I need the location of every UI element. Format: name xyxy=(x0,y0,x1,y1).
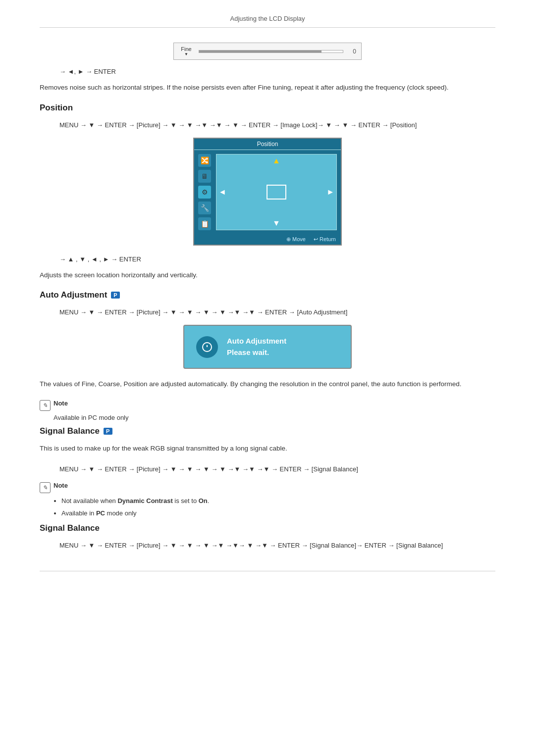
signal-balance-heading: Signal Balance xyxy=(40,523,495,533)
page-footer xyxy=(40,571,495,576)
note-label: Note xyxy=(54,400,68,407)
page-container: Adjusting the LCD Display Fine ▼ 0 → ◄, … xyxy=(0,0,535,606)
fine-arrow-down: ▼ xyxy=(184,52,188,56)
auto-adj-line1: Auto Adjustment xyxy=(227,336,286,347)
auto-adjustment-description: The values of Fine, Coarse, Position are… xyxy=(40,379,495,390)
fine-value: 0 xyxy=(348,48,356,55)
bullet-item-2: Available in PC mode only xyxy=(61,508,495,518)
auto-adjustment-badge: P xyxy=(111,292,120,299)
position-menu-path: MENU → ▼ → ENTER → [Picture] → ▼ → ▼ →▼ … xyxy=(59,120,495,131)
fine-slider-fill xyxy=(199,50,321,52)
fine-slider-box: Fine ▼ 0 xyxy=(173,43,362,60)
position-heading: Position xyxy=(40,103,495,113)
move-icon: ⊕ xyxy=(286,236,291,243)
pos-arrow-left: ◄ xyxy=(218,188,226,197)
signal-balance-pc-description: This is used to make up for the weak RGB… xyxy=(40,443,495,454)
position-description: Adjusts the screen location horizontally… xyxy=(40,270,495,281)
position-title-bar: Position xyxy=(194,139,341,150)
note-icon: ✎ xyxy=(40,400,51,411)
position-footer: ⊕ Move ↩ Return xyxy=(194,234,341,245)
signal-balance-pc-badge: P xyxy=(104,428,112,435)
page-header: Adjusting the LCD Display xyxy=(40,15,495,28)
return-icon: ↩ xyxy=(314,236,318,243)
pos-icon-5: 📋 xyxy=(198,217,211,230)
signal-balance-pc-heading: Signal Balance P xyxy=(40,426,495,436)
pos-icon-1: 🔀 xyxy=(198,154,211,167)
fine-description: Removes noise such as horizontal stripes… xyxy=(40,82,495,93)
signal-balance-note-box: ✎ Note xyxy=(40,482,495,493)
bullet-item-1: Not available when Dynamic Contrast is s… xyxy=(61,496,495,506)
pos-icon-4: 🔧 xyxy=(198,202,211,214)
position-icons: 🔀 🖥 ⚙ 🔧 📋 xyxy=(198,154,211,230)
position-footer-move: ⊕ Move xyxy=(286,236,306,243)
auto-adj-line2: Please wait. xyxy=(227,347,286,358)
fine-slider-track xyxy=(199,50,343,53)
fine-label: Fine ▼ xyxy=(179,46,194,56)
position-content: 🔀 🖥 ⚙ 🔧 📋 ▲ ◄ ► ▼ xyxy=(194,150,341,234)
pos-center-box xyxy=(267,185,286,200)
auto-adj-box: Auto Adjustment Please wait. xyxy=(183,325,352,369)
position-footer-return: ↩ Return xyxy=(314,236,336,243)
position-box: Position 🔀 🖥 ⚙ 🔧 📋 ▲ ◄ ► ▼ xyxy=(193,138,342,246)
auto-adjustment-screenshot: Auto Adjustment Please wait. xyxy=(40,325,495,369)
fine-nav-hint: → ◄, ► → ENTER xyxy=(59,68,495,75)
pos-icon-3: ⚙ xyxy=(198,186,211,199)
pos-arrow-up: ▲ xyxy=(272,156,280,165)
position-nav-hint: → ▲ , ▼ , ◄ , ► → ENTER xyxy=(59,255,495,263)
auto-adj-icon xyxy=(196,336,218,358)
pos-arrow-right: ► xyxy=(326,188,334,197)
signal-balance-pc-menu-path: MENU → ▼ → ENTER → [Picture] → ▼ → ▼ → ▼… xyxy=(59,464,495,475)
signal-balance-bullets: Not available when Dynamic Contrast is s… xyxy=(61,496,495,518)
auto-adjustment-menu-path: MENU → ▼ → ENTER → [Picture] → ▼ → ▼ → ▼… xyxy=(59,307,495,318)
pos-arrow-down: ▼ xyxy=(272,219,280,228)
header-title: Adjusting the LCD Display xyxy=(230,15,305,22)
position-screenshot: Position 🔀 🖥 ⚙ 🔧 📋 ▲ ◄ ► ▼ xyxy=(40,138,495,246)
fine-tuning-image: Fine ▼ 0 xyxy=(40,43,495,60)
auto-adj-text: Auto Adjustment Please wait. xyxy=(227,336,286,358)
auto-adjustment-note-box: ✎ Note xyxy=(40,400,495,411)
signal-balance-menu-path: MENU → ▼ → ENTER → [Picture] → ▼ → ▼ → ▼… xyxy=(59,540,495,551)
signal-balance-note-label: Note xyxy=(54,482,68,489)
auto-adjustment-note-content: Available in PC mode only xyxy=(54,414,495,421)
pos-icon-2: 🖥 xyxy=(198,170,211,183)
position-inner: ▲ ◄ ► ▼ xyxy=(216,154,337,230)
auto-adjustment-heading: Auto Adjustment P xyxy=(40,290,495,300)
signal-balance-note-icon: ✎ xyxy=(40,482,51,493)
